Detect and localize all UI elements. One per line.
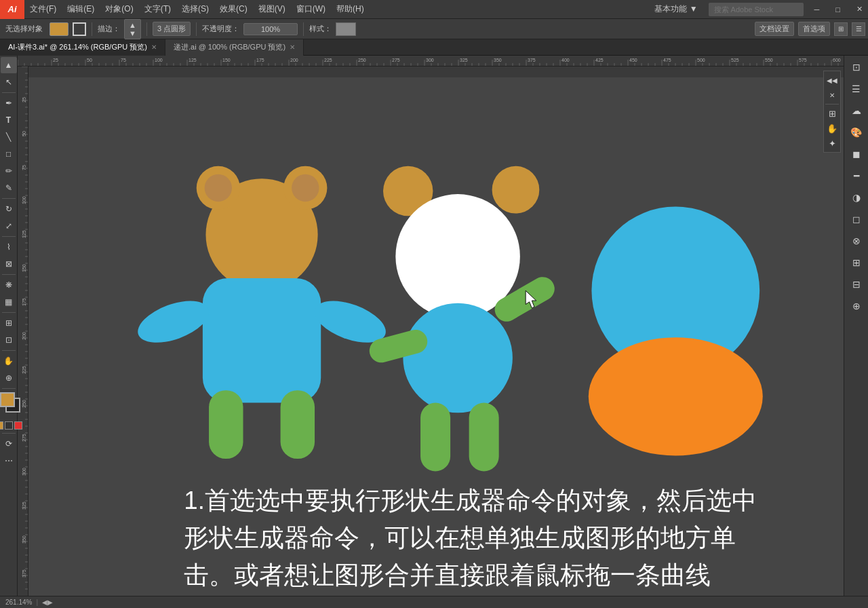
svg-text:350: 350 — [22, 535, 26, 544]
svg-text:150: 150 — [222, 58, 231, 62]
tab2-close-icon[interactable]: ✕ — [290, 43, 295, 51]
arrange-button[interactable]: ⊞ — [834, 22, 848, 36]
symbol-sprayer-tool[interactable]: ❋ — [1, 277, 17, 293]
slice-tool[interactable]: ⊡ — [1, 332, 17, 348]
svg-text:150: 150 — [22, 264, 26, 272]
tool-separator-2 — [2, 198, 16, 199]
transparency-panel-btn[interactable]: ◻ — [846, 209, 867, 229]
float-panel-collapse[interactable]: ◀◀ — [825, 73, 840, 88]
tool-separator-4 — [2, 274, 16, 275]
free-transform-tool[interactable]: ⊠ — [1, 256, 17, 272]
selection-tool[interactable]: ▲ — [1, 57, 17, 73]
menu-select[interactable]: 选择(S) — [176, 0, 214, 19]
tab-close-icon[interactable]: ✕ — [151, 43, 157, 51]
float-panel-star[interactable]: ✦ — [825, 136, 840, 151]
workspace-selector[interactable]: 基本功能 ▼ — [649, 0, 703, 19]
menu-file[interactable]: 文件(F) — [24, 0, 62, 19]
stroke-label: 描边： — [98, 24, 120, 34]
gradient-panel-btn[interactable]: ◑ — [846, 187, 867, 208]
libraries-panel-btn[interactable]: ☁ — [846, 100, 867, 121]
svg-text:125: 125 — [22, 230, 26, 238]
transform-panel-btn[interactable]: ⊞ — [846, 252, 867, 273]
options-bar: 无选择对象 描边： ▲▼ 3 点圆形 不透明度： 样式： 文档设置 首选项 ⊞ … — [0, 19, 868, 39]
status-sep: | — [36, 598, 38, 606]
svg-text:350: 350 — [494, 58, 502, 62]
fg-color-swatch[interactable] — [0, 392, 15, 407]
line-tool[interactable]: ╲ — [1, 129, 17, 145]
svg-text:25: 25 — [53, 58, 58, 62]
left-toolbar: ▲ ↖ ✒ T ╲ □ ✏ ✎ ↻ ⤢ ⌇ ⊠ ❋ ▦ ⊞ ⊡ ✋ ⊕ ⟳ ⋯ — [0, 56, 18, 596]
layers-panel-btn[interactable]: ☰ — [846, 79, 867, 99]
fill-color-swatch[interactable] — [50, 22, 68, 36]
rectangle-tool[interactable]: □ — [1, 146, 17, 162]
point-type-selector[interactable]: 3 点圆形 — [153, 22, 191, 36]
stroke-panel-btn[interactable]: ━ — [846, 166, 867, 186]
color-swatch-3[interactable] — [14, 421, 22, 430]
minimize-button[interactable]: ─ — [809, 0, 825, 19]
quick-actions[interactable]: ⟳ — [1, 436, 17, 452]
float-panel-grid[interactable]: ⊞ — [825, 106, 840, 121]
appearance-panel-btn[interactable]: ⊗ — [846, 231, 867, 251]
pencil-tool[interactable]: ✎ — [1, 180, 17, 196]
color-panel-btn[interactable]: 🎨 — [846, 122, 867, 142]
opacity-input[interactable] — [243, 23, 298, 35]
swatches-panel-btn[interactable]: ◼ — [846, 144, 867, 164]
rotate-tool[interactable]: ↻ — [1, 201, 17, 217]
tool-separator-1 — [2, 92, 16, 93]
type-tool[interactable]: T — [1, 112, 17, 128]
hand-tool[interactable]: ✋ — [1, 353, 17, 369]
doc-settings-button[interactable]: 文档设置 — [755, 22, 794, 36]
svg-rect-259 — [469, 403, 499, 472]
tab-ai-course[interactable]: AI-课件3.ai* @ 261.14% (RGB/GPU 预览) ✕ — [0, 39, 165, 56]
menu-type[interactable]: 文字(T) — [139, 0, 176, 19]
tab-bar: AI-课件3.ai* @ 261.14% (RGB/GPU 预览) ✕ 递进.a… — [0, 39, 868, 56]
pen-tool[interactable]: ✒ — [1, 95, 17, 111]
float-panel-hand[interactable]: ✋ — [825, 121, 840, 136]
zoom-tool[interactable]: ⊕ — [1, 370, 17, 386]
stroke-color-swatch[interactable] — [73, 22, 86, 36]
preferences-button[interactable]: 首选项 — [798, 22, 830, 36]
svg-text:25: 25 — [22, 97, 26, 102]
stock-search[interactable] — [709, 3, 804, 16]
properties-panel-btn[interactable]: ⊡ — [846, 57, 867, 77]
float-mini-panel: ◀◀ ✕ ⊞ ✋ ✦ — [823, 71, 841, 153]
menu-object[interactable]: 对象(O) — [100, 0, 138, 19]
svg-text:75: 75 — [121, 58, 126, 62]
svg-text:275: 275 — [22, 434, 26, 442]
svg-text:475: 475 — [663, 58, 671, 62]
menu-effect[interactable]: 效果(C) — [214, 0, 253, 19]
nav-next[interactable]: ▶ — [47, 598, 53, 606]
stroke-spinner[interactable]: ▲▼ — [124, 19, 141, 39]
float-panel-close[interactable]: ✕ — [825, 88, 840, 102]
warp-tool[interactable]: ⌇ — [1, 239, 17, 255]
pathfinder-panel-btn[interactable]: ⊕ — [846, 296, 867, 316]
maximize-button[interactable]: □ — [830, 0, 846, 19]
right-panel: ⊡ ☰ ☁ 🎨 ◼ ━ ◑ ◻ ⊗ ⊞ ⊟ ⊕ — [844, 56, 868, 596]
more-tools[interactable]: ⋯ — [1, 453, 17, 469]
align-panel-btn[interactable]: ⊟ — [846, 274, 867, 294]
direct-selection-tool[interactable]: ↖ — [1, 74, 17, 90]
svg-rect-258 — [420, 403, 450, 472]
menu-window[interactable]: 窗口(W) — [291, 0, 331, 19]
svg-text:600: 600 — [833, 58, 841, 62]
svg-text:325: 325 — [460, 58, 468, 62]
menu-edit[interactable]: 编辑(E) — [62, 0, 100, 19]
ruler-left-svg: 2550751001251501752002252502753003253503… — [18, 66, 28, 596]
tab-recursive[interactable]: 递进.ai @ 100% (RGB/GPU 预览) ✕ — [165, 39, 304, 56]
canvas-area[interactable]: 1.首选选中要执行形状生成器命令的对象，然后选中 形状生成器命令，可以在想单独生… — [28, 66, 844, 596]
paintbrush-tool[interactable]: ✏ — [1, 163, 17, 179]
artboard-tool[interactable]: ⊞ — [1, 315, 17, 331]
tool-separator-7 — [2, 388, 16, 389]
menu-help[interactable]: 帮助(H) — [331, 0, 370, 19]
color-swatch-2[interactable] — [5, 421, 13, 430]
column-graph-tool[interactable]: ▦ — [1, 294, 17, 310]
nav-prev[interactable]: ◀ — [42, 598, 47, 606]
style-preview[interactable] — [336, 22, 356, 36]
float-panel-sep — [825, 104, 839, 104]
zoom-level[interactable]: 261.14% — [5, 598, 32, 606]
menu-view[interactable]: 视图(V) — [253, 0, 291, 19]
panel-toggle[interactable]: ☰ — [852, 22, 865, 36]
color-swatch-1[interactable] — [0, 421, 3, 430]
close-button[interactable]: ✕ — [851, 0, 868, 19]
scale-tool[interactable]: ⤢ — [1, 218, 17, 234]
